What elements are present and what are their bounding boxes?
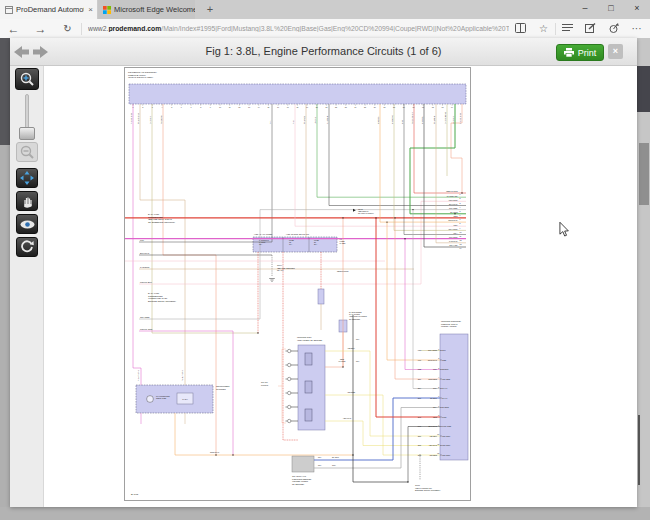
forward-button[interactable]: → (27, 20, 54, 38)
fit-to-screen-button[interactable] (16, 168, 38, 188)
web-note-icon[interactable] (579, 23, 602, 35)
pin-number: 2 (460, 197, 461, 199)
wire-color-label: PNK/ORG (449, 199, 458, 201)
diagram-text: INSTRUMENTCLUSTER (216, 385, 230, 390)
zoom-out-icon (19, 144, 35, 160)
diagram-text: G104(BEHIND CENTEROF I/P) (277, 264, 295, 271)
scrollbar-thumb[interactable] (639, 143, 649, 205)
diagram-text: DK BLU (332, 456, 339, 458)
spark-plug (288, 405, 291, 408)
pin-name: SPOUT (442, 368, 449, 370)
refresh-view-button[interactable] (16, 237, 38, 257)
spark-plug (288, 391, 291, 394)
microsoft-logo-icon (103, 6, 111, 14)
print-button[interactable]: Print (556, 44, 604, 61)
pcm-pin-number: 17 (287, 106, 289, 108)
more-actions-icon[interactable]: ··· (625, 23, 648, 34)
diagram-page: 1234567891011121314151617181920212223242… (125, 68, 470, 500)
wire-color-label: PNK (433, 368, 438, 370)
minimize-button[interactable]: – (572, 0, 598, 19)
share-icon[interactable] (602, 23, 625, 35)
tab-edge-welcome[interactable]: Microsoft Edge Welcome (98, 0, 195, 19)
pin-number: 13 (460, 243, 462, 245)
hub-icon[interactable] (556, 23, 579, 34)
visibility-button[interactable] (16, 214, 38, 234)
wire-color-label: RED/LT GRN (446, 190, 458, 192)
zoom-slider-handle[interactable] (19, 127, 35, 140)
diagram-text: BLK/WHT (140, 252, 150, 254)
favorites-star-icon[interactable]: ☆ (532, 23, 555, 34)
wire (325, 351, 440, 436)
diagram-text: HOT IN RUN OR START (286, 233, 310, 235)
diagram-text: YEL/WHT (343, 417, 352, 419)
wire-junction (454, 213, 455, 214)
wire-junction (404, 238, 405, 239)
c243-arrow (353, 209, 356, 212)
refresh-button[interactable]: ↻ (54, 20, 81, 38)
diagram-text: YEL/BLK (347, 347, 355, 349)
diagram-text: C100(LEFT FRONT OFENGINE COMPARTMENT) (415, 484, 441, 491)
pcm-pin-number: 7 (191, 106, 192, 108)
wire-color-label: DK GRN (452, 116, 454, 124)
diagram-text: YEL/RED (347, 391, 356, 393)
pin-number: 7 (460, 218, 461, 220)
tab-prodemand[interactable]: ProDemand Automotive × (0, 0, 97, 19)
circuit-number: 351 (418, 444, 421, 446)
wire-color-label: RED (454, 215, 459, 217)
coil-winding (305, 409, 312, 421)
viewer-toolbar (10, 66, 44, 507)
zoom-in-icon (19, 71, 35, 87)
url-domain: prodemand.com (108, 25, 161, 32)
reading-view-icon[interactable] (509, 23, 532, 35)
wire-junction (412, 209, 413, 210)
maximize-button[interactable]: □ (598, 0, 624, 19)
pcm-pin-number: 18 (296, 106, 298, 108)
eye-icon (20, 219, 35, 230)
diagram-text: DATA LINKCONNECTOR(FRONT REAR OFENGINE C… (148, 292, 176, 302)
divider (81, 23, 82, 35)
wire-color-label: GRY/ORG (449, 228, 458, 230)
circuit-number: 823 (418, 368, 421, 370)
wire-color-label: DK GRN/ORG (444, 111, 446, 124)
wire-junction (461, 192, 462, 193)
pcm-pin-number: 14 (258, 106, 260, 108)
diagram-text: IGNITION COIL(TOP FRONT OF ENGINE) (297, 336, 323, 341)
new-tab-button[interactable]: + (203, 2, 217, 16)
pin-number: 3 (460, 202, 461, 204)
diagram-text: RCA (356, 338, 361, 340)
coil-winding (305, 353, 312, 365)
window-controls: – □ × (572, 0, 650, 19)
printer-icon (564, 48, 574, 57)
background-page (0, 145, 10, 507)
pcm-pin-number: 16 (277, 106, 279, 108)
wire-color-label: BLK/WHT (326, 115, 328, 124)
close-viewer-button[interactable]: × (608, 44, 623, 59)
pin-name: CYL 1 (442, 387, 447, 389)
pan-button[interactable] (16, 191, 38, 211)
zoom-in-button[interactable] (15, 68, 39, 90)
circuit-number: 570 (418, 425, 421, 427)
pin-number: 1 (438, 348, 439, 350)
back-button[interactable]: ← (0, 20, 27, 38)
pcm-pin-number: 5 (171, 106, 172, 108)
tab-close-icon[interactable]: × (88, 5, 93, 14)
pin-number: 3 (438, 367, 439, 369)
pin-number: 6 (460, 214, 461, 216)
wire (376, 218, 440, 417)
wire-junction (386, 221, 387, 222)
wire-junction (352, 454, 353, 455)
pin-name: PWR (442, 416, 447, 418)
diagram-canvas[interactable]: 1234567891011121314151617181920212223242… (45, 66, 637, 507)
pin-number: 5 (460, 210, 461, 212)
spark-plug (288, 349, 291, 352)
diagram-text: ORG/WHT (210, 451, 220, 453)
pin-number: 14 (460, 247, 462, 249)
zoom-out-button[interactable] (16, 142, 38, 162)
pin-number: 9 (438, 424, 439, 426)
diagram-text: TAN/LT GRN (181, 370, 183, 381)
close-window-button[interactable]: × (624, 0, 650, 19)
url-field[interactable]: www2.prodemand.com/Main/Index#1995|Ford|… (88, 25, 509, 32)
pcm-pin-number: 21 (325, 106, 327, 108)
pcm-pin-number: 3 (152, 106, 153, 108)
coil-winding (305, 381, 312, 393)
